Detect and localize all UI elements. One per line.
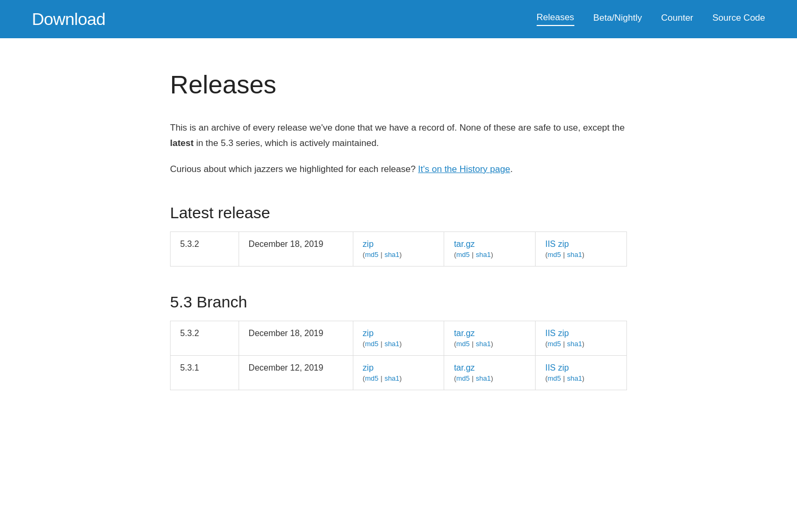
branch-row-531: 5.3.1 December 12, 2019 zip (md5|sha1) t… <box>171 355 627 390</box>
latest-zip-link-1[interactable]: zip <box>363 239 435 249</box>
latest-targz-sha1-1[interactable]: sha1 <box>476 251 490 259</box>
latest-iiszip-sha1-1[interactable]: sha1 <box>567 251 582 259</box>
branch-targz-md5-532[interactable]: md5 <box>456 340 470 348</box>
latest-row-1: 5.3.2 December 18, 2019 zip (md5|sha1) t… <box>171 231 627 266</box>
branch-zip-sha1-531[interactable]: sha1 <box>385 374 400 382</box>
branch-version-532: 5.3.2 <box>171 321 239 355</box>
latest-targz-link-1[interactable]: tar.gz <box>454 239 525 249</box>
nav: Releases Beta/Nightly Counter Source Cod… <box>537 12 765 26</box>
latest-zip-1: zip (md5|sha1) <box>353 231 444 266</box>
branch-targz-532: tar.gz (md5|sha1) <box>444 321 536 355</box>
latest-release-table: 5.3.2 December 18, 2019 zip (md5|sha1) t… <box>170 231 627 267</box>
header: Download Releases Beta/Nightly Counter S… <box>0 0 797 38</box>
branch-targz-md5-531[interactable]: md5 <box>456 374 470 382</box>
page-heading: Releases <box>170 70 627 99</box>
branch-date-531: December 12, 2019 <box>239 355 353 390</box>
latest-targz-hashes-1: (md5|sha1) <box>454 251 525 259</box>
branch-targz-sha1-531[interactable]: sha1 <box>476 374 490 382</box>
separator: | <box>472 374 473 382</box>
latest-zip-hashes-1: (md5|sha1) <box>363 251 435 259</box>
branch-53-heading: 5.3 Branch <box>170 293 627 311</box>
branch-zip-hashes-531: (md5|sha1) <box>363 374 435 382</box>
branch-zip-link-532[interactable]: zip <box>363 329 435 338</box>
branch-zip-sha1-532[interactable]: sha1 <box>385 340 400 348</box>
latest-bold: latest <box>170 138 193 148</box>
branch-row-532: 5.3.2 December 18, 2019 zip (md5|sha1) t… <box>171 321 627 355</box>
branch-targz-531: tar.gz (md5|sha1) <box>444 355 536 390</box>
branch-targz-sha1-532[interactable]: sha1 <box>476 340 490 348</box>
latest-targz-md5-1[interactable]: md5 <box>456 251 470 259</box>
branch-targz-hashes-531: (md5|sha1) <box>454 374 525 382</box>
branch-zip-hashes-532: (md5|sha1) <box>363 340 435 348</box>
branch-iiszip-532: IIS zip (md5|sha1) <box>536 321 627 355</box>
latest-iiszip-link-1[interactable]: IIS zip <box>545 239 617 249</box>
branch-zip-md5-531[interactable]: md5 <box>365 374 378 382</box>
branch-iiszip-link-531[interactable]: IIS zip <box>545 363 617 373</box>
latest-iiszip-hashes-1: (md5|sha1) <box>545 251 617 259</box>
nav-beta-nightly[interactable]: Beta/Nightly <box>593 13 642 25</box>
nav-releases[interactable]: Releases <box>537 12 574 26</box>
nav-counter[interactable]: Counter <box>661 13 693 25</box>
branch-zip-531: zip (md5|sha1) <box>353 355 444 390</box>
latest-date-1: December 18, 2019 <box>239 231 353 266</box>
separator: | <box>563 340 565 348</box>
branch-zip-link-531[interactable]: zip <box>363 363 435 373</box>
separator: | <box>563 374 565 382</box>
nav-source-code[interactable]: Source Code <box>713 13 765 25</box>
intro-paragraph-2: Curious about which jazzers we highlight… <box>170 162 627 177</box>
branch-iiszip-link-532[interactable]: IIS zip <box>545 329 617 338</box>
branch-targz-hashes-532: (md5|sha1) <box>454 340 525 348</box>
separator: | <box>472 340 473 348</box>
latest-targz-1: tar.gz (md5|sha1) <box>444 231 536 266</box>
separator: | <box>472 251 473 259</box>
separator: | <box>380 251 382 259</box>
branch-iiszip-531: IIS zip (md5|sha1) <box>536 355 627 390</box>
branch-iiszip-hashes-531: (md5|sha1) <box>545 374 617 382</box>
latest-zip-md5-1[interactable]: md5 <box>365 251 378 259</box>
separator: | <box>563 251 565 259</box>
branch-targz-link-532[interactable]: tar.gz <box>454 329 525 338</box>
main-content: Releases This is an archive of every rel… <box>159 38 638 433</box>
separator: | <box>380 340 382 348</box>
branch-zip-532: zip (md5|sha1) <box>353 321 444 355</box>
intro-paragraph-1: This is an archive of every release we'v… <box>170 121 627 151</box>
branch-53-table: 5.3.2 December 18, 2019 zip (md5|sha1) t… <box>170 321 627 390</box>
latest-iiszip-md5-1[interactable]: md5 <box>548 251 561 259</box>
branch-iiszip-md5-532[interactable]: md5 <box>548 340 561 348</box>
branch-targz-link-531[interactable]: tar.gz <box>454 363 525 373</box>
separator: | <box>380 374 382 382</box>
latest-zip-sha1-1[interactable]: sha1 <box>385 251 400 259</box>
branch-iiszip-hashes-532: (md5|sha1) <box>545 340 617 348</box>
latest-release-heading: Latest release <box>170 204 627 222</box>
branch-zip-md5-532[interactable]: md5 <box>365 340 378 348</box>
branch-version-531: 5.3.1 <box>171 355 239 390</box>
history-page-link[interactable]: It's on the History page <box>418 164 510 174</box>
latest-iiszip-1: IIS zip (md5|sha1) <box>536 231 627 266</box>
branch-iiszip-sha1-532[interactable]: sha1 <box>567 340 582 348</box>
branch-iiszip-md5-531[interactable]: md5 <box>548 374 561 382</box>
site-title: Download <box>32 10 105 29</box>
branch-date-532: December 18, 2019 <box>239 321 353 355</box>
latest-version-1: 5.3.2 <box>171 231 239 266</box>
branch-iiszip-sha1-531[interactable]: sha1 <box>567 374 582 382</box>
